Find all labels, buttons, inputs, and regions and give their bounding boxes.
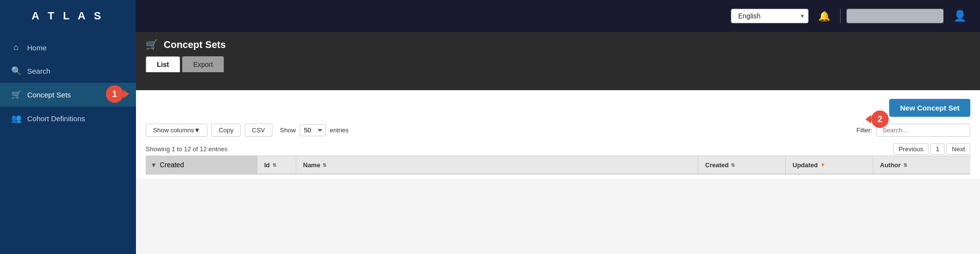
sidebar-label-home: Home <box>27 44 47 52</box>
sort-icon-created: ⇅ <box>731 162 735 168</box>
main-layout: ⌂ Home 🔍 Search 🛒 Concept Sets 👥 Cohort … <box>0 32 980 254</box>
tabs-row: List Export <box>146 56 970 72</box>
sidebar: ⌂ Home 🔍 Search 🛒 Concept Sets 👥 Cohort … <box>0 32 136 254</box>
th-name[interactable]: Name ⇅ <box>296 157 698 174</box>
th-filter-label: Created <box>160 161 184 169</box>
copy-button[interactable]: Copy <box>211 124 240 137</box>
search-icon: 🔍 <box>11 66 21 76</box>
show-label: Show <box>280 127 296 134</box>
sort-icon-id: ⇅ <box>272 162 276 168</box>
th-filter: ▼ Created <box>146 156 257 174</box>
th-created[interactable]: Created ⇅ <box>698 157 786 174</box>
new-concept-set-button[interactable]: New Concept Set <box>889 99 970 117</box>
cart-icon: 🛒 <box>11 90 21 100</box>
filter-label: Filter: <box>857 127 873 134</box>
page-title: Concept Sets <box>164 39 226 50</box>
next-button[interactable]: Next <box>946 143 970 155</box>
people-icon: 👥 <box>11 113 21 124</box>
csv-button[interactable]: CSV <box>245 124 272 137</box>
th-id[interactable]: Id ⇅ <box>257 157 296 174</box>
sort-icon-author: ⇅ <box>903 162 907 168</box>
sidebar-label-search: Search <box>27 67 51 75</box>
sidebar-item-search[interactable]: 🔍 Search <box>0 59 136 83</box>
th-author[interactable]: Author ⇅ <box>873 157 970 174</box>
brand-area: A T L A S <box>0 0 136 32</box>
showing-info-row: Showing 1 to 12 of 12 entries Previous 1… <box>146 141 970 156</box>
top-nav-right: English French Spanish ▾ 🔔 👤 <box>136 8 980 24</box>
filter-funnel-icon: ▼ <box>151 161 157 169</box>
new-concept-set-row: New Concept Set <box>146 99 970 117</box>
language-select-wrapper: English French Spanish ▾ <box>731 9 809 23</box>
filter-input[interactable] <box>876 124 970 137</box>
sidebar-label-concept-sets: Concept Sets <box>27 91 71 99</box>
page-title-row: 🛒 Concept Sets <box>146 39 970 50</box>
page-header: 🛒 Concept Sets List Export <box>136 32 980 90</box>
th-updated[interactable]: Updated ▼ <box>786 157 873 174</box>
show-columns-button[interactable]: Show columns▼ <box>146 124 207 137</box>
previous-button[interactable]: Previous <box>893 143 929 155</box>
sort-icon-updated-active: ▼ <box>820 162 826 168</box>
brand-title: A T L A S <box>32 10 104 22</box>
language-select[interactable]: English French Spanish <box>731 9 809 23</box>
table-controls-row: Show columns▼ Copy CSV Show 50 10 25 100… <box>146 124 970 137</box>
sidebar-item-cohort-definitions[interactable]: 👥 Cohort Definitions <box>0 107 136 130</box>
nav-divider <box>840 9 841 23</box>
pagination-area: Previous 1 Next <box>893 143 970 155</box>
entries-after-label: entries <box>330 127 349 134</box>
sidebar-item-concept-sets[interactable]: 🛒 Concept Sets <box>0 83 136 107</box>
top-search-input[interactable] <box>846 9 944 23</box>
home-icon: ⌂ <box>11 43 21 52</box>
sidebar-item-home[interactable]: ⌂ Home <box>0 36 136 59</box>
table-header-row: ▼ Created Id ⇅ Name ⇅ Created ⇅ <box>146 156 970 175</box>
showing-info-text: Showing 1 to 12 of 12 entries <box>146 145 227 153</box>
sidebar-label-cohort-definitions: Cohort Definitions <box>27 114 85 123</box>
entries-select[interactable]: 50 10 25 100 <box>300 124 326 136</box>
bell-icon[interactable]: 🔔 <box>814 8 834 24</box>
content-area: 🛒 Concept Sets List Export New Concept S… <box>136 32 980 254</box>
page-title-icon: 🛒 <box>146 39 158 50</box>
page-number: 1 <box>930 143 945 155</box>
tab-export[interactable]: Export <box>182 56 224 72</box>
user-avatar-icon[interactable]: 👤 <box>949 8 970 24</box>
tab-list[interactable]: List <box>146 56 180 72</box>
table-toolbar-area: New Concept Set Show columns▼ Copy CSV S… <box>136 90 980 178</box>
filter-area: Filter: <box>857 124 971 137</box>
sort-icon-name: ⇅ <box>322 162 326 168</box>
top-navbar: A T L A S English French Spanish ▾ 🔔 👤 <box>0 0 980 32</box>
